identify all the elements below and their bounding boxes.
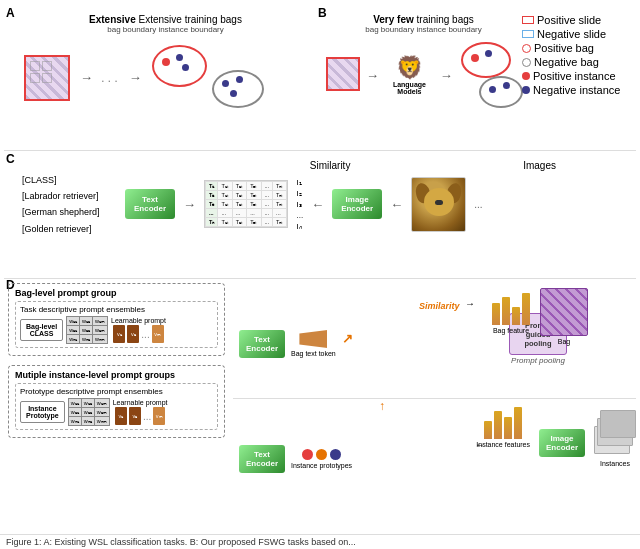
arrow-c3: ←: [390, 197, 403, 212]
instance-proto-label: InstancePrototype: [26, 405, 59, 419]
bag-image: [540, 288, 588, 336]
arrow-c1: →: [183, 197, 196, 212]
instance-proto-box: InstancePrototype: [20, 401, 65, 423]
similarity-orange-label: Similarity: [419, 301, 460, 311]
instance-prompt-row: InstancePrototype w₁₁ w₁₂ w₁ₘ: [20, 398, 213, 426]
d-image-encoder-label: ImageEncoder: [546, 434, 578, 452]
arrow-a2: →: [129, 70, 142, 85]
img-label-2: I₂: [296, 189, 303, 198]
instance-prototypes-label: Instance prototypes: [291, 462, 352, 469]
feat-bar-1: [492, 303, 500, 325]
arrow-b1: →: [366, 68, 379, 83]
bag-prompt-row: Bag-levelCLASS w₁₁ w₁₂ w₁ₘ: [20, 316, 213, 344]
arrow-from-image-encoder: ←: [475, 439, 485, 450]
text-example-2: [German shepherd]: [22, 204, 117, 220]
legend-panel: Positive slide Negative slide Positive b…: [522, 14, 634, 98]
feat-bar-2: [502, 297, 510, 325]
instance-flow: TextEncoder Instance prototypes ↑: [229, 399, 640, 514]
section-b-title: Very few training bags: [326, 14, 521, 25]
extensive-text: Extensive: [89, 14, 136, 25]
instance-level-group-box: Mutiple instance-level prompt groups Pro…: [8, 365, 225, 438]
proto-dot-orange: [316, 449, 327, 460]
legend-positive-slide: Positive slide: [522, 14, 634, 26]
caption-text: Figure 1: A: Existing WSL classification…: [6, 537, 356, 547]
bag-feature-bars: [492, 293, 530, 325]
legend-positive-bag: Positive bag: [522, 42, 634, 54]
images-header: Images: [523, 160, 556, 171]
d-text-encoder-top: TextEncoder: [239, 330, 285, 358]
arrow-a1: →: [80, 70, 93, 85]
section-a-label: A: [6, 6, 15, 20]
legend-negative-instance-icon: [522, 86, 530, 94]
instance-learnable-prompt: Learnable prompt v₁ v₂ ... vₘ: [113, 399, 168, 425]
feat-bar-4: [522, 293, 530, 325]
divider-ac: [4, 150, 636, 151]
inst-v-box-m: vₘ: [153, 407, 165, 425]
c-text-encoder: TextEncoder: [125, 189, 175, 219]
bag-level-group-box: Bag-level prompt group Task descriptive …: [8, 283, 225, 356]
arrow-c2: ←: [311, 197, 324, 212]
prompt-pooling-label: Prompt pooling: [509, 356, 567, 365]
bag-weight-matrix: w₁₁ w₁₂ w₁ₘ w₂₁ w₂₂ w₂ₘ: [66, 316, 108, 344]
inst-feat-bar-2: [494, 411, 502, 439]
bag-feature-area: Bag feature: [492, 293, 530, 334]
language-models-box: 🦁 LanguageModels: [385, 55, 434, 95]
bag-text-token-label: Bag text token: [291, 350, 336, 357]
proto-ensemble-label: Prototype descriptive prompt ensembles: [20, 387, 213, 396]
inst-v-dots: ...: [143, 411, 151, 422]
d-left-panel: Bag-level prompt group Task descriptive …: [4, 283, 229, 533]
arrow-b2: →: [440, 68, 453, 83]
v-box-m: vₘ: [152, 325, 164, 343]
d-image-encoder-area: ImageEncoder: [539, 429, 585, 457]
similarity-matrix: T₁ T₁ₜ T₂ₜ T₃ₜ ... Tₙₜ T₂ T₁ₜ T₂ₜ T₃ₜ ..…: [204, 180, 288, 228]
bag-v-boxes: v₁ v₂ ... vₘ: [113, 325, 163, 343]
legend-negative-instance: Negative instance: [522, 84, 634, 96]
task-ensemble-label: Task descriptive prompt ensembles: [20, 305, 213, 314]
very-few-text: Very few: [373, 14, 414, 25]
section-a-content: Extensive Extensive training bags bag bo…: [18, 14, 313, 144]
legend-positive-slide-label: Positive slide: [537, 14, 601, 26]
section-a-title: Extensive Extensive training bags: [18, 14, 313, 25]
class-text-list: [CLASS] [Labrador retriever] [German she…: [22, 172, 117, 237]
bag-text-token-shape: [299, 330, 327, 348]
legend-positive-instance: Positive instance: [522, 70, 634, 82]
legend-negative-slide: Negative slide: [522, 28, 634, 40]
legend-negative-bag-label: Negative bag: [534, 56, 599, 68]
bottom-caption: Figure 1: A: Existing WSL classification…: [0, 534, 640, 549]
instances-label: Instances: [600, 460, 630, 467]
instance-group-label: Mutiple instance-level prompt groups: [15, 370, 218, 380]
section-d-content: Bag-level prompt group Task descriptive …: [4, 283, 640, 533]
feat-bar-3: [512, 307, 520, 325]
proto-dots-row: [302, 449, 341, 460]
bag-class-box: Bag-levelCLASS: [20, 319, 63, 341]
inst-card-1: [600, 410, 636, 438]
d-right-panel: TextEncoder Bag text token Similarity ↗: [229, 283, 640, 533]
d-text-encoder-bottom: TextEncoder: [239, 445, 285, 473]
bag-label: Bag: [558, 338, 570, 345]
inst-v-box-1: v₁: [115, 407, 127, 425]
d-text-encoder-top-label: TextEncoder: [246, 335, 278, 353]
inst-v-box-2: v₂: [129, 407, 141, 425]
legend-negative-slide-icon: [522, 30, 534, 38]
c-image-encoder-label: ImageEncoder: [340, 195, 374, 213]
instance-prototypes-area: Instance prototypes: [291, 449, 352, 469]
instance-v-boxes: v₁ v₂ ... vₘ: [115, 407, 165, 425]
language-models-icon: 🦁: [385, 55, 434, 81]
proto-dot-red: [302, 449, 313, 460]
legend-positive-bag-label: Positive bag: [534, 42, 594, 54]
bag-text-token-area: Bag text token: [291, 330, 336, 357]
v-dots: ...: [141, 329, 149, 340]
instance-feature-bars: [484, 407, 522, 439]
dog-nose: [435, 200, 443, 205]
inst-feat-bar-4: [514, 407, 522, 439]
arrow-to-bag-feature: →: [465, 298, 475, 309]
similarity-header: Similarity: [310, 160, 351, 171]
legend-positive-bag-icon: [522, 44, 531, 53]
c-text-encoder-label: TextEncoder: [133, 195, 167, 213]
training-bags-b-text: training bags: [417, 14, 474, 25]
proto-dot-blue: [330, 449, 341, 460]
inst-feat-bar-1: [484, 421, 492, 439]
class-token: [CLASS]: [22, 172, 117, 188]
image-labels: I₁ I₂ I₃ ... Iₙ: [296, 178, 303, 231]
section-a-subtitle: bag boundary instance boundary: [18, 25, 313, 34]
